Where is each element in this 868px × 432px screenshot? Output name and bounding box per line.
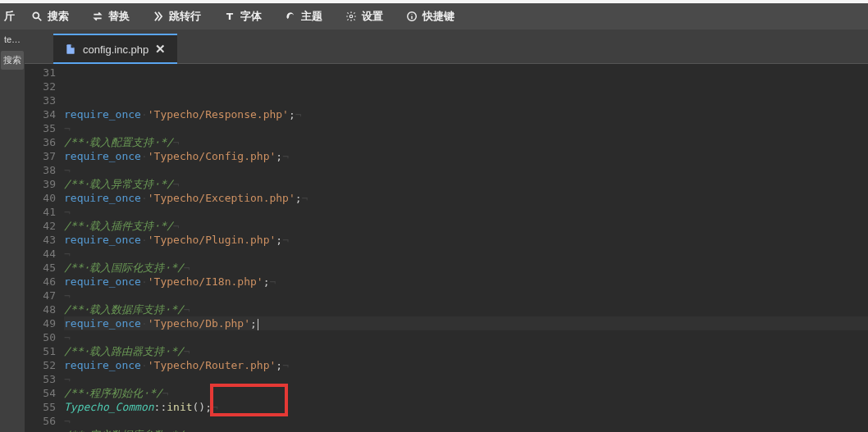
line-number: 33 — [25, 93, 56, 107]
tab-close-icon[interactable]: ✕ — [155, 42, 166, 57]
line-number: 38 — [25, 163, 56, 177]
line-number: 49 — [25, 316, 56, 330]
code-line[interactable]: ¬ — [64, 163, 868, 177]
line-number: 41 — [25, 205, 56, 219]
tab-filename: config.inc.php — [83, 43, 148, 56]
line-number: 31 — [25, 66, 56, 80]
font-icon — [224, 11, 235, 22]
goto-icon — [153, 11, 164, 22]
code-line[interactable]: /**·载入路由器支持·*/¬ — [64, 344, 868, 358]
shortcuts-button[interactable]: 快捷键 — [395, 3, 466, 30]
toolbar: 斤 搜索 替换 跳转行 字体 主题 设置 — [0, 3, 868, 30]
theme-button[interactable]: 主题 — [273, 3, 334, 30]
code-line[interactable]: /**·程序初始化·*/¬ — [64, 386, 868, 400]
sidebar-search-label[interactable]: 搜索 — [1, 51, 24, 70]
code-line[interactable]: require_once·'Typecho/Db.php'; — [64, 316, 868, 330]
code-line[interactable]: require_once·'Typecho/Exception.php';¬ — [64, 191, 868, 205]
sidebar: te… 搜索 — [0, 30, 25, 432]
svg-line-1 — [39, 18, 42, 21]
goto-button[interactable]: 跳转行 — [141, 3, 212, 30]
code-line[interactable]: require_once·'Typecho/I18n.php';¬ — [64, 275, 868, 289]
code-line[interactable]: ¬ — [64, 289, 868, 302]
line-number: 43 — [25, 233, 56, 247]
theme-label: 主题 — [301, 9, 322, 24]
php-file-icon — [65, 43, 76, 55]
search-button[interactable]: 搜索 — [20, 3, 80, 30]
code-line[interactable]: require_once·'Typecho/Plugin.php';¬ — [64, 233, 868, 247]
tab-bar: config.inc.php ✕ — [25, 30, 868, 64]
tab-config[interactable]: config.inc.php ✕ — [53, 34, 177, 63]
code-line[interactable]: ¬ — [64, 247, 868, 261]
settings-button[interactable]: 设置 — [334, 3, 395, 30]
line-number: 37 — [25, 149, 56, 163]
replace-button[interactable]: 替换 — [80, 3, 141, 30]
line-number: 34 — [25, 107, 56, 121]
line-number: 36 — [25, 135, 56, 149]
line-number: 56 — [25, 414, 56, 428]
line-number: 54 — [25, 386, 56, 400]
line-number: 52 — [25, 358, 56, 372]
line-number: 45 — [25, 261, 56, 275]
code-line[interactable]: ¬ — [64, 121, 868, 135]
line-number: 39 — [25, 177, 56, 191]
code-line[interactable]: ¬ — [64, 372, 868, 386]
code-line[interactable]: require_once·'Typecho/Response.php';¬ — [64, 107, 868, 121]
line-number: 47 — [25, 289, 56, 302]
svg-point-0 — [33, 12, 39, 18]
code-line[interactable]: ¬ — [64, 414, 868, 428]
settings-label: 设置 — [362, 9, 383, 24]
code-line[interactable]: require_once·'Typecho/Config.php';¬ — [64, 149, 868, 163]
main-area: te… 搜索 config.inc.php ✕ ◀ 31323334353637… — [0, 30, 868, 432]
text-cursor — [258, 319, 258, 330]
font-button[interactable]: 字体 — [212, 3, 273, 30]
code-line[interactable]: /**·载入插件支持·*/¬ — [64, 219, 868, 233]
line-number: 53 — [25, 372, 56, 386]
line-number: 35 — [25, 121, 56, 135]
code-line[interactable]: /**·定义数据库参数·*/¬ — [64, 428, 868, 432]
code-line[interactable]: ¬ — [64, 205, 868, 219]
search-icon — [31, 11, 43, 22]
shortcuts-label: 快捷键 — [423, 9, 455, 24]
line-number: 32 — [25, 80, 56, 93]
code-container[interactable]: ◀ 31323334353637383940414243444546474849… — [25, 64, 868, 432]
code-line[interactable]: require_once·'Typecho/Router.php';¬ — [64, 358, 868, 372]
line-number: 51 — [25, 344, 56, 358]
theme-icon — [285, 11, 296, 22]
code-content[interactable]: require_once·'Typecho/Response.php';¬¬/*… — [64, 64, 868, 432]
replace-icon — [92, 11, 103, 22]
code-line[interactable]: Typecho_Common::init();¬ — [64, 400, 868, 414]
line-number: 46 — [25, 275, 56, 289]
code-line[interactable]: /**·载入配置支持·*/¬ — [64, 135, 868, 149]
line-number: 55 — [25, 400, 56, 414]
svg-point-2 — [349, 15, 353, 18]
editor-area: config.inc.php ✕ ◀ 313233343536373839404… — [25, 30, 868, 432]
toolbar-partial-item[interactable]: 斤 — [4, 9, 20, 24]
font-label: 字体 — [240, 9, 262, 24]
code-line[interactable]: /**·载入数据库支持·*/¬ — [64, 302, 868, 316]
code-line[interactable]: /**·载入国际化支持·*/¬ — [64, 261, 868, 275]
info-icon — [406, 11, 418, 22]
line-number: 50 — [25, 330, 56, 344]
code-line[interactable]: ¬ — [64, 330, 868, 344]
line-number-gutter: 3132333435363738394041424344454647484950… — [25, 64, 64, 432]
search-label: 搜索 — [48, 9, 69, 24]
goto-label: 跳转行 — [169, 9, 201, 24]
gear-icon — [345, 11, 357, 22]
line-number: 48 — [25, 302, 56, 316]
code-line[interactable]: /**·载入异常支持·*/¬ — [64, 177, 868, 191]
line-number: 42 — [25, 219, 56, 233]
line-number: 40 — [25, 191, 56, 205]
replace-label: 替换 — [108, 9, 130, 24]
sidebar-partial-label[interactable]: te… — [4, 34, 21, 44]
line-number: 44 — [25, 247, 56, 261]
